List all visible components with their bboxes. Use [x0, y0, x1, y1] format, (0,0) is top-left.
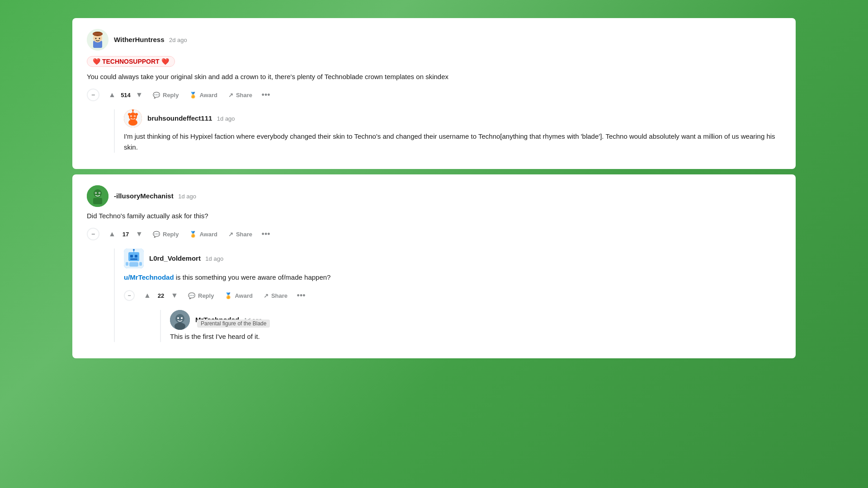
collapse-button-lord[interactable]: − [124, 290, 135, 301]
comment-thread-1: WitherHuntress 2d ago ❤️ TECHNOSUPPORT ❤… [87, 29, 781, 153]
reply-button-2[interactable]: 💬 Reply [148, 228, 183, 240]
comment-actions-2: − ▲ 17 ▼ 💬 Reply 🏅 Award ↗ Share ••• [87, 227, 781, 241]
share-button-lord[interactable]: ↗ Share [259, 290, 292, 302]
timestamp-2: 1d ago [178, 193, 196, 200]
svg-rect-34 [139, 262, 142, 266]
upvote-button-2[interactable]: ▲ [105, 227, 119, 241]
nested-comment-mrtech: MrTechnodad 1d ago Parental figure of th… [160, 310, 781, 342]
nested-comment-2: L0rd_Voldemort 1d ago u/MrTechnodad is t… [114, 249, 781, 342]
comment-card-1: WitherHuntress 2d ago ❤️ TECHNOSUPPORT ❤… [72, 18, 796, 169]
avatar-witherhuntress [87, 29, 108, 51]
share-icon-1: ↗ [228, 92, 233, 99]
username-bruh[interactable]: bruhsoundeffect111 [147, 114, 212, 122]
more-button-2[interactable]: ••• [259, 227, 273, 241]
avatar-bruhsoundeffect [124, 109, 142, 127]
nested-comment-1: bruhsoundeffect111 1d ago I'm just think… [114, 109, 781, 153]
comment-header-reply1: bruhsoundeffect111 1d ago [124, 109, 781, 127]
svg-rect-28 [135, 255, 137, 258]
svg-point-13 [131, 116, 132, 117]
svg-rect-24 [93, 198, 102, 204]
share-button-2[interactable]: ↗ Share [224, 228, 257, 240]
vote-group-lord: ▲ 22 ▼ [140, 288, 182, 303]
award-button-1[interactable]: 🏅 Award [185, 89, 222, 101]
comment-header-lord: L0rd_Voldemort 1d ago [124, 249, 781, 268]
svg-point-23 [99, 192, 100, 193]
username-lord[interactable]: L0rd_Voldemort [149, 254, 201, 262]
vote-count-2: 17 [120, 231, 131, 238]
vote-group-1: ▲ 514 ▼ [105, 88, 146, 102]
timestamp-1: 2d ago [169, 37, 187, 43]
reply-meta-lord: L0rd_Voldemort 1d ago [149, 254, 223, 263]
svg-point-38 [181, 317, 183, 319]
svg-point-14 [134, 116, 135, 117]
username-witherhuntress[interactable]: WitherHuntress [114, 36, 165, 43]
vote-count-lord: 22 [156, 292, 166, 299]
avatar-illusory [87, 185, 108, 207]
svg-point-9 [128, 113, 131, 116]
svg-point-36 [175, 314, 184, 323]
downvote-button-2[interactable]: ▼ [132, 227, 146, 241]
downvote-button-1[interactable]: ▼ [132, 88, 146, 102]
comment-meta-1: WitherHuntress 2d ago [114, 36, 187, 44]
upvote-button-lord[interactable]: ▲ [140, 288, 155, 303]
award-button-2[interactable]: 🏅 Award [185, 228, 222, 240]
reply-button-1[interactable]: 💬 Reply [148, 89, 183, 101]
more-button-lord[interactable]: ••• [294, 288, 308, 303]
reply-body-mrtech: This is the first I've heard of it. [170, 331, 781, 342]
comment-actions-1: − ▲ 514 ▼ 💬 Reply 🏅 Award ↗ Share ••• [87, 88, 781, 102]
comment-thread-2: -illusoryMechanist 1d ago Did Techno's f… [87, 185, 781, 342]
svg-point-10 [135, 113, 138, 116]
avatar-lord-voldemort [124, 249, 144, 268]
share-icon-lord: ↗ [264, 292, 269, 299]
flair-technosupport: ❤️ TECHNOSUPPORT ❤️ [87, 56, 175, 67]
svg-point-37 [177, 317, 179, 319]
share-button-1[interactable]: ↗ Share [224, 89, 257, 101]
timestamp-reply1: 1d ago [217, 115, 235, 122]
svg-point-30 [133, 249, 135, 251]
parental-figure-badge: Parental figure of the Blade [197, 319, 270, 328]
comment-header-2: -illusoryMechanist 1d ago [87, 185, 781, 207]
reply-icon-lord: 💬 [188, 292, 195, 299]
reply-body-1: I'm just thinking of his Hypixel faction… [124, 131, 781, 153]
svg-rect-27 [130, 255, 133, 258]
svg-point-17 [128, 119, 137, 126]
svg-point-5 [95, 38, 97, 39]
svg-rect-4 [93, 33, 103, 35]
award-icon-lord: 🏅 [225, 292, 232, 299]
comment-card-2: -illusoryMechanist 1d ago Did Techno's f… [72, 174, 796, 358]
svg-rect-31 [130, 258, 137, 260]
svg-point-22 [95, 192, 96, 193]
svg-point-39 [175, 323, 185, 330]
reply-icon-2: 💬 [153, 231, 160, 238]
award-icon-2: 🏅 [189, 231, 197, 238]
more-button-1[interactable]: ••• [259, 88, 273, 102]
collapse-button-1[interactable]: − [87, 89, 99, 101]
timestamp-lord: 1d ago [205, 255, 223, 262]
reply-meta-1: bruhsoundeffect111 1d ago [147, 114, 235, 122]
username-illusory[interactable]: -illusoryMechanist [114, 192, 174, 200]
comment-meta-2: -illusoryMechanist 1d ago [114, 192, 196, 200]
comment-header-1: WitherHuntress 2d ago [87, 29, 781, 51]
award-icon-1: 🏅 [189, 92, 197, 99]
badge-container: Parental figure of the Blade [193, 319, 781, 328]
svg-point-16 [132, 109, 134, 111]
svg-rect-33 [126, 262, 128, 266]
reply-body-lord: u/MrTechnodad is this something you were… [124, 272, 781, 283]
reply-icon-1: 💬 [153, 92, 160, 99]
award-button-lord[interactable]: 🏅 Award [220, 290, 257, 302]
vote-count-1: 514 [120, 92, 131, 99]
upvote-button-1[interactable]: ▲ [105, 88, 119, 102]
avatar-mrtechnodad [170, 310, 190, 330]
mention-mrtechnodad[interactable]: u/MrTechnodad [124, 273, 174, 281]
comment-body-1: You could always take your original skin… [87, 71, 781, 82]
vote-group-2: ▲ 17 ▼ [105, 227, 146, 241]
reply-button-lord[interactable]: 💬 Reply [184, 290, 218, 302]
comment-actions-lord: − ▲ 22 ▼ 💬 Reply 🏅 Award ↗ Share [124, 288, 781, 303]
share-icon-2: ↗ [228, 231, 233, 238]
collapse-button-2[interactable]: − [87, 228, 99, 240]
svg-rect-32 [129, 262, 138, 267]
comment-body-2: Did Techno's family actually ask for thi… [87, 211, 781, 221]
svg-point-6 [99, 38, 100, 39]
downvote-button-lord[interactable]: ▼ [167, 288, 182, 303]
